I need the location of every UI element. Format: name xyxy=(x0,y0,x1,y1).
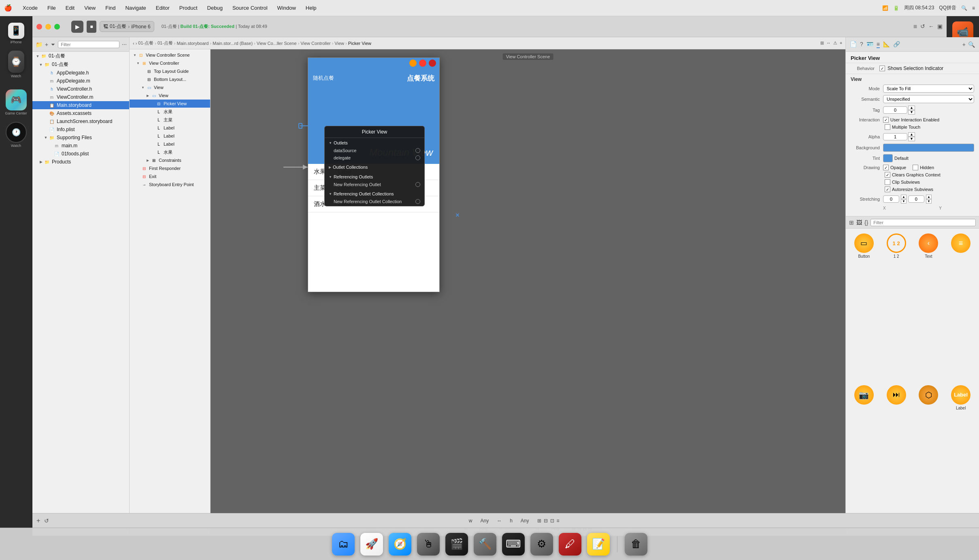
objects-icon[interactable]: ⊞ xyxy=(849,219,854,226)
ref-outlet-collections-header[interactable]: ▼ Referencing Outlet Collections xyxy=(325,190,424,198)
dock-finder[interactable]: 🗂 xyxy=(332,533,355,556)
viewcontroller-item[interactable]: ▼ ⊞ View Controller xyxy=(130,59,210,67)
semantic-select[interactable]: Unspecified xyxy=(883,95,974,103)
menu-window[interactable]: Window xyxy=(276,4,298,12)
picker-view-item[interactable]: ▶ ⊟ Picker View xyxy=(130,100,210,108)
dock-settings[interactable]: ⚙ xyxy=(530,533,553,556)
view-sub-item[interactable]: ▶ ▭ View xyxy=(130,91,210,100)
control-strip[interactable]: ≡ xyxy=(972,5,975,11)
file-inspector-icon[interactable]: 📄 xyxy=(850,41,857,48)
library-filter-input[interactable] xyxy=(870,219,976,226)
scheme-selector[interactable]: 🏗 01-点餐 › iPhone 6 xyxy=(100,21,154,32)
media-icon[interactable]: 🖼 xyxy=(856,219,862,226)
refresh-icon[interactable]: ↺ xyxy=(920,23,925,30)
bottom-layout-item[interactable]: ▶ ⊟ Bottom Layout... xyxy=(130,75,210,83)
outlet-collections-header[interactable]: ▶ Outlet Collections xyxy=(325,163,424,171)
storyboard-entry-item[interactable]: ▶ → Storyboard Entry Point xyxy=(130,180,210,189)
y-stepper[interactable]: ▲ ▼ xyxy=(926,195,932,204)
size-inspector-icon[interactable]: 📐 xyxy=(883,41,890,48)
delegate-row[interactable]: delegate xyxy=(325,154,424,161)
alpha-input[interactable] xyxy=(883,133,907,140)
top-layout-item[interactable]: ▶ ⊟ Top Layout Guide xyxy=(130,67,210,75)
dock-mouse[interactable]: 🖱 xyxy=(417,533,440,556)
multiple-touch-checkbox[interactable] xyxy=(885,124,890,130)
zoom-icon[interactable]: ⌖ xyxy=(840,40,842,46)
x-stepper[interactable]: ▲ ▼ xyxy=(901,195,907,204)
breadcrumb-item-6[interactable]: View Controller xyxy=(300,41,330,46)
dock-terminal[interactable]: ⌨ xyxy=(502,533,525,556)
device-watch[interactable]: ⌚ Watch xyxy=(0,47,32,81)
clears-context-checkbox[interactable]: ✓ xyxy=(885,172,890,178)
nav-left-btn[interactable]: 随机点餐 xyxy=(313,74,334,82)
nav-item-assets[interactable]: ▶ 🎨 Assets.xcassets xyxy=(32,109,129,117)
snippets-icon[interactable]: {} xyxy=(864,219,868,226)
new-ref-coll-circle[interactable] xyxy=(415,199,420,204)
run-button[interactable]: ▶ xyxy=(71,21,83,33)
dock-rocket[interactable]: 🚀 xyxy=(360,533,383,556)
apple-menu[interactable]: 🍎 xyxy=(4,4,12,12)
breadcrumb-item-4[interactable]: Main.stor...rd (Base) xyxy=(213,41,253,46)
label-item-1[interactable]: ▶ L Label xyxy=(130,124,210,132)
autoresize-checkbox[interactable]: ✓ xyxy=(885,187,890,192)
status-plus-btn[interactable]: + xyxy=(36,517,40,524)
back-icon[interactable]: ← xyxy=(928,23,934,30)
view-toggle-icon[interactable]: ▣ xyxy=(937,23,943,30)
new-referencing-row[interactable]: New Referencing Outlet xyxy=(325,181,424,188)
menu-editor[interactable]: Editor xyxy=(154,4,171,12)
search-icon[interactable]: 🔍 xyxy=(961,5,967,11)
menu-find[interactable]: Find xyxy=(104,4,117,12)
dock-safari[interactable]: 🧭 xyxy=(389,533,411,556)
breadcrumb-item-3[interactable]: Main.storyboard xyxy=(177,41,209,46)
obj-text[interactable]: ‹ Text xyxy=(914,232,944,381)
nav-item-root[interactable]: ▼ 📁 01-点餐 xyxy=(32,52,129,60)
label-item-zhucai[interactable]: ▶ L 主菜 xyxy=(130,116,210,124)
nav-item-launch-storyboard[interactable]: ▶ 📋 LaunchScreen.storyboard xyxy=(32,117,129,125)
folder-icon[interactable]: 📁 xyxy=(36,41,43,48)
constraints-icon[interactable]: ⊞ xyxy=(820,40,824,46)
nav-item-viewcontroller-h[interactable]: ▶ h ViewController.h xyxy=(32,85,129,93)
opaque-checkbox[interactable]: ✓ xyxy=(883,165,889,170)
obj-button[interactable]: ▭ Button xyxy=(849,232,879,381)
dock-movie[interactable]: 🎬 xyxy=(445,533,468,556)
grid-icon-1[interactable]: ⊞ xyxy=(537,518,541,524)
picker-popup-overlay[interactable]: Picker View ▼ Outlets dataSource delegat… xyxy=(324,126,425,206)
hidden-checkbox[interactable] xyxy=(913,165,918,170)
new-ref-circle[interactable] xyxy=(415,182,420,187)
exit-item[interactable]: ▶ ⊟ Exit xyxy=(130,172,210,180)
label-item-jiushui[interactable]: ▶ L 水果 xyxy=(130,148,210,156)
outlets-header[interactable]: ▼ Outlets xyxy=(325,139,424,147)
obj-camera[interactable]: 📷 xyxy=(849,384,879,533)
background-color-swatch[interactable] xyxy=(883,144,974,152)
nav-item-supporting-files[interactable]: ▼ 📁 Supporting Files xyxy=(32,134,129,142)
menu-help[interactable]: Help xyxy=(304,4,318,12)
device-iphone[interactable]: 📱 iPhone xyxy=(0,19,32,47)
grid-icon-3[interactable]: ⊡ xyxy=(550,518,554,524)
obj-cube[interactable]: ⬡ xyxy=(914,384,944,533)
menu-debug[interactable]: Debug xyxy=(206,4,224,12)
gamecenter-icon-sidebar[interactable]: 🎮 Game Center xyxy=(5,89,27,115)
grid-icon-2[interactable]: ⊟ xyxy=(544,518,548,524)
nav-item-main-m[interactable]: ▶ m main.m xyxy=(32,142,129,150)
list-view-icon[interactable]: ≡ xyxy=(913,23,917,30)
label-item-2[interactable]: ▶ L Label xyxy=(130,132,210,140)
align-icon[interactable]: ↔ xyxy=(826,40,831,46)
add-file-icon[interactable]: + xyxy=(45,41,48,48)
filter-input[interactable] xyxy=(58,41,119,48)
more-icon[interactable]: ⋯ xyxy=(122,42,127,47)
window-maximize-btn[interactable] xyxy=(54,24,60,30)
mode-select[interactable]: Scale To Fill xyxy=(883,85,974,93)
delegate-circle[interactable] xyxy=(415,155,420,160)
behavior-checkbox[interactable]: ✓ xyxy=(879,66,885,71)
nav-item-info-plist[interactable]: ▶ 📄 Info.plist xyxy=(32,125,129,134)
obj-stepper[interactable]: 1 2 1 2 xyxy=(881,232,911,381)
label-item-shuguo[interactable]: ▶ L 水果 xyxy=(130,108,210,116)
stretch-y-input[interactable] xyxy=(908,195,924,203)
obj-label[interactable]: Label Label xyxy=(946,384,976,533)
nav-prev-btn[interactable]: ‹ xyxy=(133,41,134,46)
nav-item-main-storyboard[interactable]: ▶ 📋 Main.storyboard xyxy=(32,101,129,109)
identity-inspector-icon[interactable]: 🪪 xyxy=(866,41,873,48)
alpha-stepper[interactable]: ▲ ▼ xyxy=(908,132,915,141)
window-minimize-btn[interactable] xyxy=(45,24,51,30)
menu-view[interactable]: View xyxy=(83,4,97,12)
status-navigate-btn[interactable]: ↺ xyxy=(44,518,49,524)
